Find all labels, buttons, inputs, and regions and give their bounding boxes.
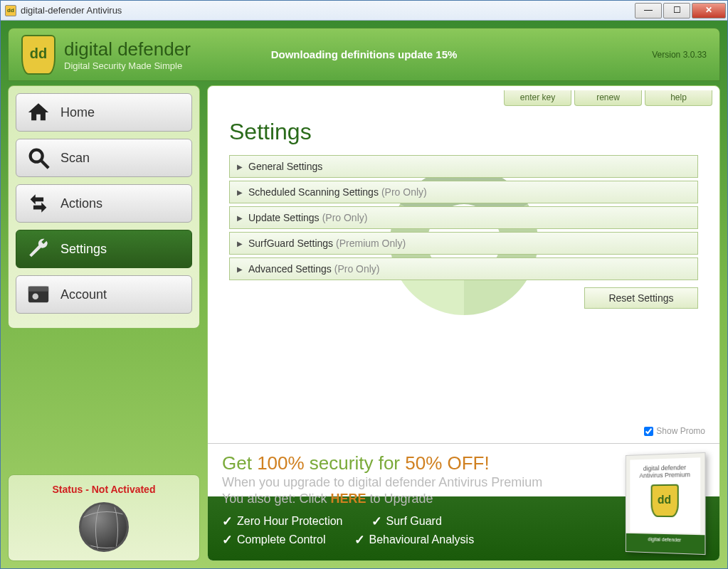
nav: Home Scan Actions [8,85,200,329]
show-promo-checkbox[interactable] [644,427,653,436]
chevron-right-icon: ▶ [237,240,243,248]
wrench-icon [26,237,51,261]
nav-home[interactable]: Home [16,93,192,132]
chevron-right-icon: ▶ [237,265,243,273]
app-icon: dd [5,5,16,16]
promo-feature: Complete Control [222,532,326,548]
promo-banner: Get 100% security for 50% OFF! When you … [208,443,719,560]
promo-feature: Behavioural Analysis [354,532,475,548]
window-controls: — ☐ ✕ [635,3,727,18]
nav-actions[interactable]: Actions [16,184,192,223]
content-area: Home Scan Actions [8,85,720,561]
logo-text: digital defender Digital Security Made S… [64,38,191,71]
acc-suffix: (Pro Only) [381,186,427,198]
promo-here-link[interactable]: HERE [330,491,366,506]
nav-account-label: Account [60,287,107,302]
acc-general-settings[interactable]: ▶ General Settings [229,155,698,178]
acc-label: SurfGuard Settings [248,238,333,249]
enter-key-link[interactable]: enter key [504,90,571,106]
acc-suffix: (Pro Only) [334,263,380,275]
activation-status: Status - Not Activated [17,484,191,495]
magnifier-icon [26,146,51,170]
show-promo-toggle[interactable]: Show Promo [644,426,705,436]
nav-settings-label: Settings [60,242,107,257]
titlebar: dd digital-defender Antivirus — ☐ ✕ [1,1,727,21]
chevron-right-icon: ▶ [237,214,243,222]
arrows-icon [26,191,51,216]
brand-name: digital defender [64,38,191,60]
nav-scan-label: Scan [60,151,90,166]
brand-tagline: Digital Security Made Simple [64,60,191,71]
acc-update-settings[interactable]: ▶ Update Settings (Pro Only) [229,206,698,229]
help-link[interactable]: help [645,90,712,106]
renew-link[interactable]: renew [574,90,642,106]
logo-shield-icon [21,35,56,75]
sidebar: Home Scan Actions [8,85,200,561]
product-box-image: digital defender Antivirus Premium digit… [626,452,706,555]
app-body: digital defender Digital Security Made S… [1,21,727,568]
nav-scan[interactable]: Scan [16,139,192,177]
reset-settings-button[interactable]: Reset Settings [584,287,698,309]
acc-suffix: (Pro Only) [322,212,368,223]
svg-point-0 [31,150,43,162]
nav-settings[interactable]: Settings [16,230,192,268]
app-header: digital defender Digital Security Made S… [8,28,720,81]
acc-label: Scheduled Scanning Settings [248,186,379,198]
settings-accordion: ▶ General Settings ▶ Scheduled Scanning … [229,155,698,280]
svg-line-1 [41,161,48,168]
main-panel: enter key renew help [207,85,720,561]
minimize-button[interactable]: — [635,3,662,18]
box-shield-icon [650,484,678,517]
acc-advanced-settings[interactable]: ▶ Advanced Settings (Pro Only) [229,257,698,280]
acc-suffix: (Premium Only) [336,238,406,249]
update-status: Downloading definitions update 15% [271,48,458,60]
maximize-button[interactable]: ☐ [663,3,690,18]
top-links: enter key renew help [208,86,719,106]
promo-features: Zero Hour Protection Surf Guard Complete… [222,514,549,548]
nav-account[interactable]: Account [16,275,192,314]
main-content: Settings ▶ General Settings ▶ Scheduled … [208,106,719,443]
nav-actions-label: Actions [60,196,102,211]
promo-feature: Zero Hour Protection [222,514,343,529]
window-title: digital-defender Antivirus [21,5,635,16]
close-button[interactable]: ✕ [692,3,726,18]
reset-row: Reset Settings [229,287,698,309]
globe-icon [79,502,129,552]
promo-feature: Surf Guard [371,514,442,529]
acc-label: Advanced Settings [248,263,332,275]
show-promo-label: Show Promo [656,426,705,436]
svg-point-3 [33,294,39,300]
acc-surfguard-settings[interactable]: ▶ SurfGuard Settings (Premium Only) [229,232,698,255]
acc-label: Update Settings [248,212,320,223]
version-label: Version 3.0.33 [652,50,707,60]
page-title: Settings [229,119,698,145]
acc-scheduled-scanning[interactable]: ▶ Scheduled Scanning Settings (Pro Only) [229,181,698,203]
app-window: dd digital-defender Antivirus — ☐ ✕ digi… [0,0,728,569]
home-icon [26,100,51,124]
acc-label: General Settings [248,161,322,172]
account-icon [26,282,51,307]
chevron-right-icon: ▶ [237,188,243,196]
sidebar-footer: Status - Not Activated [8,474,200,561]
svg-rect-4 [28,287,48,292]
chevron-right-icon: ▶ [237,163,243,171]
nav-home-label: Home [60,105,95,120]
